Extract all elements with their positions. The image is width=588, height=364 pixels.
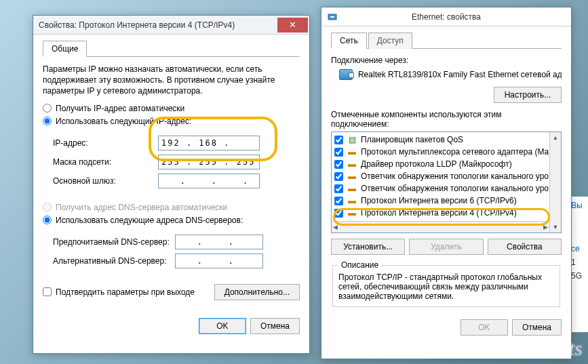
configure-button[interactable]: Настроить...: [494, 87, 562, 103]
label-gateway: Основной шлюз:: [53, 176, 158, 186]
component-label: Ответчик обнаружения топологии канальног…: [361, 171, 549, 181]
cancel-button[interactable]: Отмена: [250, 318, 300, 334]
radio-auto-ip[interactable]: [43, 104, 52, 113]
component-item[interactable]: ▬Протокол Интернета версии 6 (TCP/IPv6): [332, 195, 561, 207]
input-dns-primary[interactable]: [175, 235, 263, 249]
component-label: Ответчик обнаружения топологии канальног…: [361, 184, 549, 193]
ipv4-titlebar: Свойства: Протокол Интернета версии 4 (T…: [33, 16, 309, 35]
horizontal-scrollbar[interactable]: ◀ ▶: [332, 221, 549, 232]
close-icon: ✕: [289, 20, 296, 30]
radio-manual-dns-label: Использовать следующие адреса DNS-сервер…: [56, 216, 243, 225]
component-item[interactable]: ▬Протокол мультиплексора сетевого адапте…: [332, 146, 561, 158]
component-label: Драйвер протокола LLDP (Майкрософт): [361, 159, 512, 169]
service-icon: ▤: [347, 134, 357, 145]
scroll-up-icon[interactable]: ▲: [553, 132, 559, 143]
protocol-icon: ▬: [347, 195, 357, 206]
component-checkbox[interactable]: [334, 197, 343, 205]
component-checkbox[interactable]: [334, 184, 343, 193]
radio-auto-dns-row: Получить адрес DNS-сервера автоматически: [43, 203, 300, 212]
radio-manual-ip-label: Использовать следующий IP-адрес:: [56, 117, 191, 126]
eth-title: Ethernet: свойства: [342, 12, 551, 22]
label-dns1: Предпочитаемый DNS-сервер:: [53, 237, 175, 247]
description-text: Протокол TCP/IP - стандартный протокол г…: [338, 272, 554, 301]
tab-access[interactable]: Доступ: [368, 33, 412, 49]
radio-auto-dns: [43, 203, 52, 211]
radio-auto-dns-label: Получить адрес DNS-сервера автоматически: [56, 203, 227, 212]
ipv4-tabs: Общие: [43, 40, 300, 57]
protocol-icon: ▬: [347, 183, 357, 194]
component-item[interactable]: ▤Планировщик пакетов QoS: [332, 134, 561, 146]
properties-button[interactable]: Свойства: [488, 239, 562, 255]
input-dns-alternate[interactable]: [175, 254, 263, 268]
description-title: Описание: [338, 260, 381, 270]
component-item[interactable]: ▬Ответчик обнаружения топологии канально…: [332, 182, 561, 195]
checkbox-validate-row[interactable]: Подтвердить параметры при выходе: [43, 287, 195, 297]
tab-general[interactable]: Общие: [43, 41, 87, 57]
network-adapter-icon: [339, 69, 353, 80]
radio-auto-ip-label: Получить IP-адрес автоматически: [56, 104, 184, 113]
component-checkbox[interactable]: [334, 172, 343, 181]
ipv4-intro-text: Параметры IP можно назначать автоматичес…: [43, 64, 300, 97]
ethernet-properties-window: Ethernet: свойства Сеть Доступ Подключен…: [321, 7, 572, 359]
checkbox-validate-label: Подтвердить параметры при выходе: [56, 287, 195, 297]
component-checkbox[interactable]: [334, 136, 343, 144]
component-label: Протокол Интернета версии 6 (TCP/IPv6): [361, 196, 517, 205]
ipv4-properties-window: Свойства: Протокол Интернета версии 4 (T…: [33, 15, 310, 354]
label-dns2: Альтернативный DNS-сервер:: [53, 256, 175, 266]
advanced-button[interactable]: Дополнительно...: [214, 284, 300, 300]
radio-manual-ip-row[interactable]: Использовать следующий IP-адрес:: [43, 117, 300, 126]
component-label: Планировщик пакетов QoS: [361, 135, 463, 144]
input-subnet-mask[interactable]: [158, 155, 260, 169]
component-checkbox[interactable]: [334, 209, 343, 218]
protocol-icon: ▬: [347, 159, 357, 169]
component-checkbox[interactable]: [334, 148, 343, 157]
label-ip: IP-адрес:: [53, 138, 158, 148]
protocol-icon: ▬: [347, 146, 357, 157]
radio-manual-dns[interactable]: [43, 216, 52, 224]
component-item[interactable]: ▬Драйвер протокола LLDP (Майкрософт): [332, 158, 561, 170]
install-button[interactable]: Установить...: [331, 239, 405, 255]
radio-manual-dns-row[interactable]: Использовать следующие адреса DNS-сервер…: [43, 216, 300, 225]
eth-cancel-button[interactable]: Отмена: [512, 319, 562, 336]
input-ip-address[interactable]: [158, 136, 260, 150]
scroll-right-icon[interactable]: ▶: [543, 222, 548, 232]
ipv4-title: Свойства: Протокол Интернета версии 4 (T…: [39, 20, 277, 30]
label-components: Отмеченные компоненты используются этим …: [331, 110, 562, 129]
scroll-left-icon[interactable]: ◀: [333, 222, 338, 232]
tab-network[interactable]: Сеть: [331, 33, 367, 49]
radio-manual-ip[interactable]: [43, 117, 52, 125]
eth-titlebar: Ethernet: свойства: [321, 7, 571, 26]
adapter-name: Realtek RTL8139/810x Family Fast Etherne…: [358, 70, 562, 79]
protocol-icon: ▬: [347, 171, 357, 182]
checkbox-validate[interactable]: [43, 287, 52, 296]
eth-ok-button: OK: [460, 319, 508, 336]
vertical-scrollbar[interactable]: ▲ ▼: [549, 132, 561, 232]
component-checkbox[interactable]: [334, 160, 343, 169]
components-listbox[interactable]: ▤Планировщик пакетов QoS▬Протокол мульти…: [331, 132, 562, 233]
scroll-down-icon[interactable]: ▼: [553, 222, 559, 232]
component-item[interactable]: ▬Протокол Интернета версии 4 (TCP/IPv4): [332, 207, 561, 219]
label-mask: Маска подсети:: [53, 157, 158, 167]
ok-button[interactable]: OK: [199, 318, 246, 334]
input-gateway[interactable]: [158, 174, 260, 188]
remove-button: Удалить: [409, 239, 483, 255]
protocol-icon: ▬: [347, 207, 357, 218]
radio-auto-ip-row[interactable]: Получить IP-адрес автоматически: [43, 104, 300, 113]
eth-tabs: Сеть Доступ: [331, 32, 562, 49]
component-item[interactable]: ▬Ответчик обнаружения топологии канально…: [332, 170, 561, 182]
component-label: Протокол мультиплексора сетевого адаптер…: [361, 147, 549, 157]
ethernet-icon: [327, 12, 338, 22]
label-connect-via: Подключение через:: [331, 56, 562, 65]
component-label: Протокол Интернета версии 4 (TCP/IPv4): [361, 208, 517, 218]
close-button[interactable]: ✕: [277, 18, 308, 33]
background-window-edge: Вы се 1 5G: [569, 197, 588, 332]
svg-rect-1: [330, 16, 334, 18]
description-group: Описание Протокол TCP/IP - стандартный п…: [332, 260, 560, 307]
